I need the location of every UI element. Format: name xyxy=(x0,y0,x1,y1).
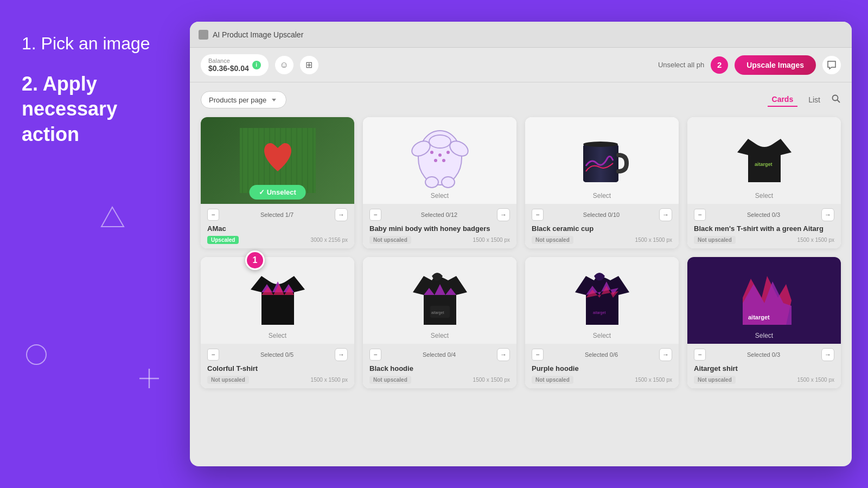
product-card-8: aitarget Select − Selected 0/3 → Aitarge… xyxy=(687,257,841,388)
nav-arrow-1[interactable]: → xyxy=(335,208,348,221)
counter-minus-6[interactable]: − xyxy=(369,349,381,361)
counter-text-3: Selected 0/10 xyxy=(583,211,620,218)
select-label-8[interactable]: Select xyxy=(755,332,773,339)
product-card: ✓ Unselect − Selected 1/7 → AMac Upscale… xyxy=(201,117,354,248)
product-image-2: Select xyxy=(363,117,516,204)
step1-title: 1. Pick an image xyxy=(22,33,168,55)
card-footer-8: − Selected 0/3 → Aitarget shirt Not upsc… xyxy=(687,344,841,388)
product-name-5: Colorful T-shirt xyxy=(207,364,348,373)
circle-decoration xyxy=(26,344,47,365)
product-image-5: Select xyxy=(201,257,354,344)
upscale-images-button[interactable]: Upscale Images xyxy=(735,55,816,75)
svg-text:aitarget: aitarget xyxy=(748,314,770,320)
counter-minus-4[interactable]: − xyxy=(694,209,706,221)
counter-minus-5[interactable]: − xyxy=(207,349,219,361)
counter-text-5: Selected 0/5 xyxy=(260,351,293,358)
product-name-8: Aitarget shirt xyxy=(694,364,834,373)
product-image-6: aitarget Select xyxy=(363,257,516,344)
unselect-all-text[interactable]: Unselect all ph xyxy=(658,61,704,69)
cards-view-button[interactable]: Cards xyxy=(768,93,798,107)
balance-box: Balance $0.36-$0.04 i xyxy=(201,54,269,76)
counter-text-6: Selected 0/4 xyxy=(423,351,456,358)
product-size-5: 1500 x 1500 px xyxy=(311,377,348,383)
svg-point-12 xyxy=(442,177,455,188)
nav-arrow-6[interactable]: → xyxy=(497,348,510,361)
counter-text-1: Selected 1/7 xyxy=(260,211,293,218)
not-upscaled-badge-2: Not upscaled xyxy=(369,236,411,244)
svg-point-18 xyxy=(429,135,451,148)
select-label-4[interactable]: Select xyxy=(755,192,773,200)
svg-point-17 xyxy=(442,159,445,162)
step2-badge: 2 xyxy=(711,56,728,74)
svg-text:aitarget: aitarget xyxy=(755,162,773,167)
filter-bar: Products per page Cards List xyxy=(201,91,841,108)
counter-minus-8[interactable]: − xyxy=(694,349,706,361)
product-name-3: Black ceramic cup xyxy=(532,224,672,233)
app-icon xyxy=(199,30,208,40)
product-name-2: Baby mini body with honey badgers xyxy=(369,224,510,233)
nav-arrow-8[interactable]: → xyxy=(821,348,834,361)
toolbar: Balance $0.36-$0.04 i ☺ ⊞ Unselect all p… xyxy=(190,48,852,82)
balance-status-dot: i xyxy=(252,61,261,69)
product-size-1: 3000 x 2156 px xyxy=(311,237,348,243)
upscaled-badge-1: Upscaled xyxy=(207,236,239,244)
content-area: Products per page Cards List xyxy=(190,82,852,466)
select-label-2[interactable]: Select xyxy=(431,192,449,200)
product-size-3: 1500 x 1500 px xyxy=(635,237,672,243)
app-window: AI Product Image Upscaler Balance $0.36-… xyxy=(190,22,852,466)
comments-button[interactable] xyxy=(822,56,841,74)
product-card-2: Select − Selected 0/12 → Baby mini body … xyxy=(363,117,516,248)
product-name-6: Black hoodie xyxy=(369,364,510,373)
card-footer-3: − Selected 0/10 → Black ceramic cup Not … xyxy=(525,204,679,248)
not-upscaled-badge-6: Not upscaled xyxy=(369,376,411,384)
step1-badge-indicator: 1 xyxy=(245,251,265,270)
nav-arrow-7[interactable]: → xyxy=(659,348,672,361)
products-per-page-button[interactable]: Products per page xyxy=(201,91,286,108)
nav-arrow-3[interactable]: → xyxy=(659,208,672,221)
select-label-6[interactable]: Select xyxy=(431,332,449,339)
product-card-5: Select − Selected 0/5 → Colorful T-shirt… xyxy=(201,257,354,388)
product-size-4: 1500 x 1500 px xyxy=(797,237,834,243)
svg-text:aitarget: aitarget xyxy=(431,311,444,315)
list-view-button[interactable]: List xyxy=(804,93,825,106)
cross-decoration xyxy=(138,368,160,389)
product-card-6: aitarget Select − Selected 0/4 → Black h… xyxy=(363,257,516,388)
svg-point-16 xyxy=(434,159,437,162)
not-upscaled-badge-3: Not upscaled xyxy=(532,236,573,244)
product-grid: ✓ Unselect − Selected 1/7 → AMac Upscale… xyxy=(201,117,841,388)
nav-arrow-5[interactable]: → xyxy=(335,348,348,361)
select-label-5[interactable]: Select xyxy=(269,332,286,339)
unselect-button-1[interactable]: ✓ Unselect xyxy=(249,185,306,200)
card-footer-2: − Selected 0/12 → Baby mini body with ho… xyxy=(363,204,516,248)
counter-minus-1[interactable]: − xyxy=(207,209,219,221)
card-footer-7: − Selected 0/6 → Purple hoodie Not upsca… xyxy=(525,344,679,388)
not-upscaled-badge-8: Not upscaled xyxy=(694,376,736,384)
emoji-button[interactable]: ☺ xyxy=(275,56,293,74)
not-upscaled-badge-5: Not upscaled xyxy=(207,376,249,384)
select-label-7[interactable]: Select xyxy=(593,332,611,339)
svg-point-3 xyxy=(833,95,838,100)
triangle-decoration xyxy=(100,206,125,228)
settings-button[interactable]: ⊞ xyxy=(300,56,318,74)
nav-arrow-4[interactable]: → xyxy=(821,208,834,221)
counter-minus-3[interactable]: − xyxy=(532,209,544,221)
view-toggle: Cards List xyxy=(768,93,841,107)
select-label-3[interactable]: Select xyxy=(593,192,611,200)
svg-point-15 xyxy=(446,151,450,154)
svg-point-13 xyxy=(430,151,433,154)
balance-amount: $0.36-$0.04 xyxy=(208,64,249,73)
product-card-7: aitarget Select − Selected 0/6 → Purple … xyxy=(525,257,679,388)
counter-minus-7[interactable]: − xyxy=(532,349,544,361)
counter-text-4: Selected 0/3 xyxy=(747,211,780,218)
product-size-6: 1500 x 1500 px xyxy=(473,377,510,383)
svg-text:aitarget: aitarget xyxy=(593,311,605,315)
counter-text-7: Selected 0/6 xyxy=(585,351,618,358)
counter-minus-2[interactable]: − xyxy=(369,209,381,221)
not-upscaled-badge-4: Not upscaled xyxy=(694,236,736,244)
search-button[interactable] xyxy=(831,94,841,106)
card-footer-6: − Selected 0/4 → Black hoodie Not upscal… xyxy=(363,344,516,388)
product-image-1: ✓ Unselect xyxy=(201,117,354,204)
nav-arrow-2[interactable]: → xyxy=(497,208,510,221)
product-name-1: AMac xyxy=(207,224,348,233)
card-footer-5: − Selected 0/5 → Colorful T-shirt Not up… xyxy=(201,344,354,388)
